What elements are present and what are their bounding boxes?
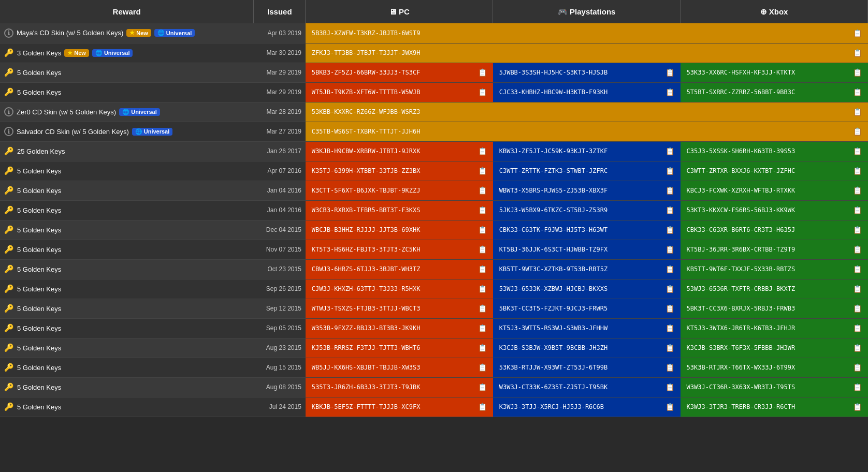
- pc-copy-button[interactable]: 📋: [478, 403, 487, 411]
- issued-cell: Mar 29 2019: [254, 82, 306, 102]
- xbox-copy-button[interactable]: 📋: [853, 304, 862, 313]
- xbox-code-text: KT5J3-3WTX6-JR6TR-K6TB3-JFHJR: [687, 325, 795, 332]
- xbox-copy-button[interactable]: 📋: [853, 363, 862, 372]
- issued-cell: Mar 27 2019: [254, 122, 306, 141]
- reward-cell: ℹSalvador CD Skin (w/ 5 Golden Keys)🌐 Un…: [0, 122, 254, 141]
- pc-copy-button[interactable]: 📋: [478, 245, 487, 254]
- xbox-copy-button[interactable]: 📋: [853, 226, 862, 234]
- globe-icon: 🌐: [122, 109, 129, 115]
- key-icon: 🔑: [4, 304, 14, 313]
- xbox-copy-button[interactable]: 📋: [853, 88, 862, 96]
- pc-code-cell: W3KJB-H9CBW-XRBRW-JTBTJ-9JRXK📋: [306, 141, 493, 161]
- pc-code-cell: WTWJ3-TSXZS-FTJB3-3TTJJ-WBCT3📋: [306, 299, 493, 318]
- reward-cell: 🔑5 Golden Keys: [0, 338, 254, 358]
- copy-button[interactable]: 📋: [853, 127, 862, 136]
- ps-copy-button[interactable]: 📋: [666, 383, 674, 391]
- ps-copy-button[interactable]: 📋: [666, 265, 674, 273]
- ps-copy-button[interactable]: 📋: [666, 403, 674, 411]
- universal-badge: 🌐 Universal: [154, 29, 195, 37]
- pc-copy-button[interactable]: 📋: [478, 68, 487, 77]
- ps-copy-button[interactable]: 📋: [666, 88, 674, 96]
- pc-copy-button[interactable]: 📋: [478, 383, 487, 391]
- ps-copy-button[interactable]: 📋: [666, 245, 674, 254]
- copy-button[interactable]: 📋: [853, 108, 862, 116]
- ps-code-cell: CJC33-KHBHZ-HBC9W-H3KTB-F93KH📋: [493, 82, 681, 102]
- ps-code-cell: K3WJ3-3TJJ-X5RCJ-HJ5J3-R6C6B📋: [493, 397, 681, 417]
- xbox-copy-button[interactable]: 📋: [853, 285, 862, 293]
- xbox-copy-button[interactable]: 📋: [853, 186, 862, 195]
- pc-copy-button[interactable]: 📋: [478, 206, 487, 214]
- reward-name: Salvador CD Skin (w/ 5 Golden Keys): [17, 128, 129, 136]
- xbox-copy-button[interactable]: 📋: [853, 265, 862, 273]
- xbox-copy-button[interactable]: 📋: [853, 167, 862, 175]
- ps-copy-button[interactable]: 📋: [666, 304, 674, 313]
- reward-name: 3 Golden Keys: [17, 49, 61, 57]
- pc-code-cell: 5BKB3-ZF5ZJ-66BRW-33JJ3-TS3CF📋: [306, 63, 493, 82]
- pc-copy-button[interactable]: 📋: [478, 88, 487, 96]
- xbox-copy-button[interactable]: 📋: [853, 206, 862, 214]
- pc-code-text: WB5JJ-KX6HS-XBJBT-TBJJB-XW3S3: [312, 364, 421, 371]
- xbox-copy-button[interactable]: 📋: [853, 245, 862, 254]
- xbox-copy-button[interactable]: 📋: [853, 68, 862, 77]
- issued-cell: Mar 28 2019: [254, 102, 306, 122]
- code-text: C35TB-WS6ST-TXBRK-TTTJT-JJH6H: [312, 128, 421, 135]
- ps-code-text: CJC33-KHBHZ-HBC9W-H3KTB-F93KH: [499, 89, 608, 96]
- copy-button[interactable]: 📋: [853, 29, 862, 37]
- pc-copy-button[interactable]: 📋: [478, 363, 487, 372]
- reward-name: 5 Golden Keys: [17, 266, 61, 273]
- pc-code-cell: 535T3-JR6ZH-6B3J3-3TJT3-T9JBK📋: [306, 377, 493, 397]
- ps-copy-button[interactable]: 📋: [666, 363, 674, 372]
- table-row: 🔑5 Golden KeysAug 08 2015535T3-JR6ZH-6B3…: [0, 377, 868, 397]
- ps-copy-button[interactable]: 📋: [666, 285, 674, 293]
- pc-copy-button[interactable]: 📋: [478, 147, 487, 155]
- code-text: ZFKJ3-TT3BB-JTBJT-T3JJT-JWX9H: [312, 49, 421, 56]
- ps-code-cell: 5BK3T-CC3T5-FZJKT-9JCJ3-FRWR5📋: [493, 299, 681, 318]
- ps-copy-button[interactable]: 📋: [666, 324, 674, 332]
- xbox-copy-button[interactable]: 📋: [853, 324, 862, 332]
- ps-copy-button[interactable]: 📋: [666, 147, 674, 155]
- pc-copy-button[interactable]: 📋: [478, 285, 487, 293]
- universal-badge: 🌐 Universal: [119, 108, 160, 116]
- table-row: 🔑5 Golden KeysJan 04 2016W3CB3-RXRXB-TFB…: [0, 200, 868, 220]
- xbox-code-text: KBCJ3-FCXWK-XZRXH-WFTBJ-RTXKK: [687, 187, 795, 194]
- ps-copy-button[interactable]: 📋: [666, 167, 674, 175]
- xbox-code-cell: K3WJ3-3TJR3-TRERB-CR3JJ-R6CTH📋: [681, 397, 868, 417]
- pc-copy-button[interactable]: 📋: [478, 226, 487, 234]
- ps-copy-button[interactable]: 📋: [666, 186, 674, 195]
- pc-copy-button[interactable]: 📋: [478, 304, 487, 313]
- copy-button[interactable]: 📋: [853, 49, 862, 57]
- pc-copy-button[interactable]: 📋: [478, 344, 487, 352]
- reward-cell: 🔑5 Golden Keys: [0, 397, 254, 417]
- pc-copy-button[interactable]: 📋: [478, 324, 487, 332]
- xbox-code-cell: 53K3B-RTJRX-T66TX-WX33J-6T99X📋: [681, 358, 868, 377]
- code-text: 5B3BJ-XZWFW-T3KRZ-JBJTB-6WST9: [312, 30, 421, 37]
- reward-name: 5 Golden Keys: [17, 246, 61, 254]
- ps-copy-button[interactable]: 📋: [666, 206, 674, 214]
- ps-copy-button[interactable]: 📋: [666, 344, 674, 352]
- xbox-copy-button[interactable]: 📋: [853, 383, 862, 391]
- pc-copy-button[interactable]: 📋: [478, 186, 487, 195]
- pc-code-text: 5BKB3-ZF5ZJ-66BRW-33JJ3-TS3CF: [312, 69, 421, 76]
- key-icon: 🔑: [4, 48, 14, 57]
- pc-copy-button[interactable]: 📋: [478, 265, 487, 273]
- pc-code-text: WTWJ3-TSXZS-FTJB3-3TTJJ-WBCT3: [312, 305, 421, 312]
- pc-code-text: K35TJ-6399H-XTBBT-33TJB-ZZ3BX: [312, 167, 421, 174]
- reward-cell: 🔑5 Golden Keys: [0, 161, 254, 181]
- pc-code-text: CBWJ3-6HRZS-6TJJ3-3BJBT-WH3TZ: [312, 266, 421, 273]
- xbox-copy-button[interactable]: 📋: [853, 147, 862, 155]
- pc-code-cell: KBKJB-5EF5Z-FTTTT-TJJJB-XC9FX📋: [306, 397, 493, 417]
- pc-code-cell: W3CB3-RXRXB-TFBR5-BBT3T-F3KXS📋: [306, 200, 493, 220]
- xbox-copy-button[interactable]: 📋: [853, 344, 862, 352]
- xbox-copy-button[interactable]: 📋: [853, 403, 862, 411]
- issued-cell: Sep 12 2015: [254, 299, 306, 318]
- ps-copy-button[interactable]: 📋: [666, 68, 674, 77]
- reward-cell: 🔑5 Golden Keys: [0, 259, 254, 279]
- table-row: 🔑5 Golden KeysMar 29 2019WT5JB-T9KZB-XFT…: [0, 82, 868, 102]
- issued-cell: Aug 15 2015: [254, 358, 306, 377]
- issued-cell: Mar 29 2019: [254, 63, 306, 82]
- pc-code-text: WBCJB-B3HHZ-RJJJJ-JJT3B-69XHK: [312, 226, 421, 233]
- key-icon: 🔑: [4, 402, 14, 411]
- ps-copy-button[interactable]: 📋: [666, 226, 674, 234]
- table-row: 🔑5 Golden KeysJul 24 2015KBKJB-5EF5Z-FTT…: [0, 397, 868, 417]
- pc-copy-button[interactable]: 📋: [478, 167, 487, 175]
